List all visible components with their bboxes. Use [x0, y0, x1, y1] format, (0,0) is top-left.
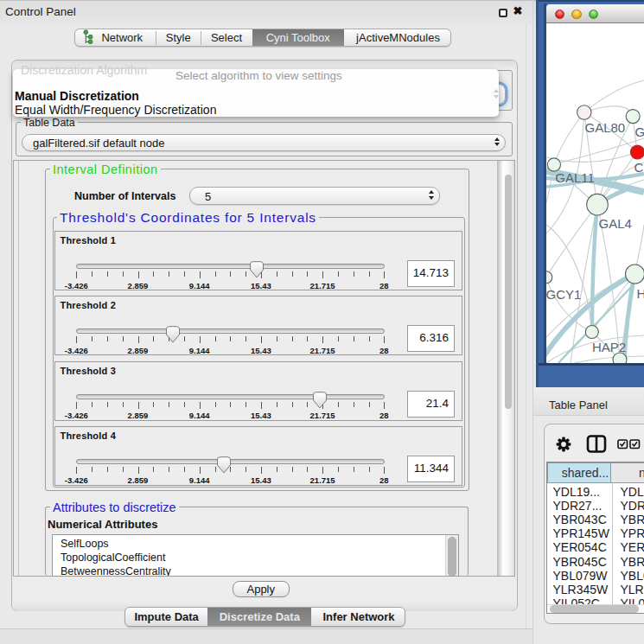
svg-text:GAL80: GAL80 [585, 120, 626, 135]
svg-text:GCY1: GCY1 [546, 287, 581, 302]
svg-text:C: C [634, 160, 644, 175]
svg-text:HAP2: HAP2 [592, 340, 626, 354]
svg-text:GAL11: GAL11 [555, 170, 595, 185]
svg-text:H: H [637, 286, 644, 301]
svg-text:GAL4: GAL4 [599, 216, 632, 231]
svg-text:GA: GA [635, 124, 644, 139]
